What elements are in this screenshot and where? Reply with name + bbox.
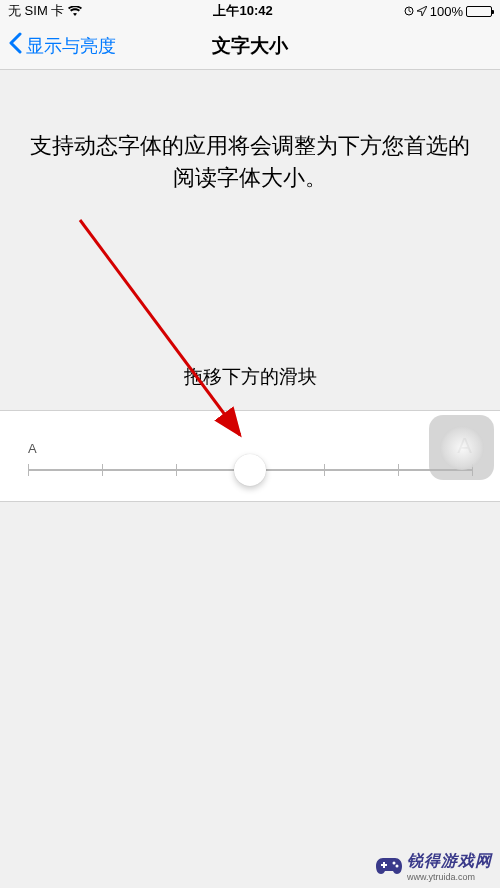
description-text: 支持动态字体的应用将会调整为下方您首选的阅读字体大小。 (0, 70, 500, 194)
content-area: 支持动态字体的应用将会调整为下方您首选的阅读字体大小。 拖移下方的滑块 A A (0, 70, 500, 502)
status-time: 上午10:42 (213, 2, 272, 20)
battery-icon (466, 6, 492, 17)
watermark-url: www.ytruida.com (407, 872, 492, 882)
slider-tick (28, 464, 29, 476)
slider-tick (176, 464, 177, 476)
chevron-left-icon (8, 32, 22, 59)
slider-tick (398, 464, 399, 476)
sim-status: 无 SIM 卡 (8, 2, 64, 20)
svg-rect-6 (383, 862, 385, 868)
slider-tick (102, 464, 103, 476)
svg-point-4 (396, 864, 399, 867)
watermark-name: 锐得游戏网 (407, 851, 492, 872)
orientation-lock-icon (404, 4, 414, 19)
text-size-slider-section: A A (0, 410, 500, 502)
location-icon (417, 4, 427, 19)
navigation-bar: 显示与亮度 文字大小 (0, 22, 500, 70)
instruction-text: 拖移下方的滑块 (0, 364, 500, 410)
text-size-slider[interactable] (28, 469, 472, 471)
status-bar: 无 SIM 卡 上午10:42 100% (0, 0, 500, 22)
assistive-touch-button[interactable] (429, 415, 494, 480)
svg-point-3 (393, 861, 396, 864)
page-title: 文字大小 (212, 33, 288, 59)
back-button[interactable]: 显示与亮度 (8, 32, 116, 59)
watermark: 锐得游戏网 www.ytruida.com (375, 851, 492, 882)
slider-thumb[interactable] (234, 454, 266, 486)
battery-percent: 100% (430, 4, 463, 19)
gamepad-icon (375, 852, 403, 882)
slider-min-label: A (28, 441, 37, 456)
wifi-icon (68, 4, 82, 19)
assistive-touch-icon (440, 426, 484, 470)
slider-tick (324, 464, 325, 476)
back-label: 显示与亮度 (26, 34, 116, 58)
